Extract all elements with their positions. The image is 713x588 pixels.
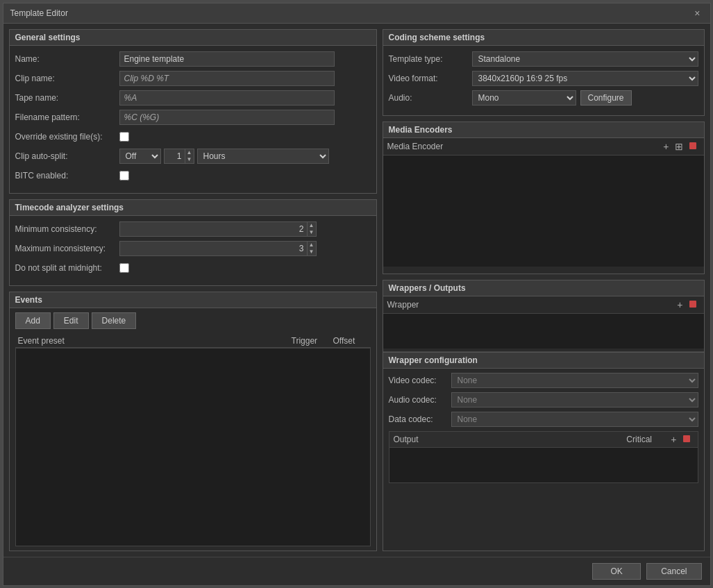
video-format-label: Video format: [389, 74, 472, 83]
name-input[interactable] [119, 51, 335, 67]
output-add-button[interactable]: + [668, 434, 679, 445]
template-type-row: Template type: Standalone [389, 51, 698, 67]
clip-autosplit-value-input[interactable] [164, 149, 185, 164]
timecode-settings-header: Timecode analyzer settings [10, 200, 376, 216]
encoder-col-name: Media Encoder [387, 142, 661, 151]
filename-pattern-label: Filename pattern: [15, 112, 119, 122]
ok-button[interactable]: OK [592, 563, 641, 580]
title-bar: Template Editor × [3, 3, 710, 24]
wrapper-config-content: Video codec: None Audio codec: None [383, 369, 704, 487]
clip-name-label: Clip name: [15, 74, 119, 83]
clip-autosplit-spinbox: ▲ ▼ [164, 149, 194, 164]
encoder-table-body [383, 156, 704, 267]
encoder-add-button[interactable]: + [660, 141, 671, 152]
add-event-button[interactable]: Add [15, 312, 51, 329]
wrappers-outputs-content: Wrapper + Wrapper configuration [383, 296, 704, 551]
output-delete-button[interactable] [680, 434, 694, 445]
configure-button[interactable]: Configure [580, 90, 632, 106]
encoder-delete-button[interactable] [686, 141, 700, 152]
min-consistency-down[interactable]: ▼ [308, 229, 316, 236]
delete-event-button[interactable]: Delete [92, 312, 137, 329]
coding-scheme-section: Coding scheme settings Template type: St… [383, 29, 705, 116]
no-split-midnight-checkbox[interactable] [119, 263, 129, 273]
events-col-offset: Offset [333, 336, 368, 346]
encoder-stack-button[interactable]: ⊞ [672, 141, 686, 152]
left-panel: General settings Name: Clip name: Tape n… [9, 29, 377, 551]
min-consistency-input[interactable] [119, 221, 307, 237]
encoder-table-header: Media Encoder + ⊞ [383, 138, 704, 156]
cancel-button[interactable]: Cancel [646, 563, 701, 580]
general-settings-section: General settings Name: Clip name: Tape n… [9, 29, 377, 194]
wrapper-top: Wrapper + [383, 296, 704, 352]
clip-autosplit-label: Clip auto-split: [15, 151, 119, 161]
max-inconsistency-spinbox: ▲ ▼ [119, 241, 317, 256]
filename-pattern-row: Filename pattern: [15, 110, 371, 125]
audio-label: Audio: [389, 93, 472, 103]
no-split-midnight-label: Do not split at midnight: [15, 263, 119, 273]
video-format-row: Video format: 3840x2160p 16:9 25 fps [389, 71, 698, 86]
bitc-checkbox[interactable] [119, 171, 129, 180]
wrappers-outputs-section: Wrappers / Outputs Wrapper + [383, 280, 705, 551]
clip-autosplit-unit-select[interactable]: Hours [197, 149, 329, 164]
min-consistency-row: Minimum consistency: ▲ ▼ [15, 221, 371, 237]
dialog-body: General settings Name: Clip name: Tape n… [3, 24, 710, 557]
min-consistency-arrows: ▲ ▼ [307, 221, 317, 237]
tape-name-label: Tape name: [15, 93, 119, 103]
tape-name-input[interactable] [119, 90, 335, 106]
wrapper-config-header: Wrapper configuration [383, 353, 704, 369]
no-split-midnight-row: Do not split at midnight: [15, 260, 371, 276]
override-checkbox[interactable] [119, 132, 129, 142]
events-buttons: Add Edit Delete [15, 312, 371, 329]
events-header: Events [10, 292, 376, 308]
events-table-header: Event preset Trigger Offset [15, 335, 371, 348]
audio-row: Audio: Mono Configure [389, 90, 698, 106]
video-codec-label: Video codec: [389, 376, 451, 385]
video-format-select[interactable]: 3840x2160p 16:9 25 fps [472, 71, 698, 86]
filename-pattern-input[interactable] [119, 110, 335, 125]
events-col-preset: Event preset [18, 336, 292, 346]
audio-select[interactable]: Mono [472, 90, 576, 106]
wrapper-col-name: Wrapper [387, 300, 675, 310]
output-table-body [389, 448, 698, 482]
spinbox-up-arrow[interactable]: ▲ [185, 149, 194, 156]
svg-rect-1 [689, 301, 696, 308]
timecode-settings-content: Minimum consistency: ▲ ▼ Maximum inconsi… [10, 216, 376, 285]
wrapper-delete-button[interactable] [686, 299, 700, 310]
events-table-body [15, 348, 371, 546]
coding-scheme-header: Coding scheme settings [383, 30, 704, 46]
audio-codec-select[interactable]: None [451, 392, 698, 408]
wrappers-outputs-header: Wrappers / Outputs [383, 280, 704, 296]
data-codec-select[interactable]: None [451, 412, 698, 427]
template-editor-dialog: Template Editor × General settings Name:… [3, 3, 711, 586]
clip-autosplit-controls: Off ▲ ▼ Hours [119, 149, 329, 164]
tape-name-row: Tape name: [15, 90, 371, 106]
max-inconsistency-label: Maximum inconsistency: [15, 244, 119, 253]
clip-autosplit-row: Clip auto-split: Off ▲ ▼ [15, 149, 371, 164]
spinbox-down-arrow[interactable]: ▼ [185, 156, 194, 163]
name-label: Name: [15, 54, 119, 64]
clip-name-input[interactable] [119, 71, 335, 86]
clip-autosplit-select[interactable]: Off [119, 149, 161, 164]
general-settings-header: General settings [10, 30, 376, 46]
video-codec-select[interactable]: None [451, 373, 698, 388]
max-inconsistency-input[interactable] [119, 241, 307, 256]
close-button[interactable]: × [691, 8, 703, 19]
svg-rect-0 [689, 142, 696, 149]
override-row: Override existing file(s): [15, 129, 371, 144]
min-consistency-up[interactable]: ▲ [308, 222, 316, 229]
wrapper-add-button[interactable]: + [674, 299, 685, 310]
video-codec-row: Video codec: None [389, 373, 698, 388]
template-type-select[interactable]: Standalone [472, 51, 698, 67]
min-consistency-label: Minimum consistency: [15, 224, 119, 234]
events-content: Add Edit Delete Event preset Trigger Off… [10, 308, 376, 551]
wrapper-config: Wrapper configuration Video codec: None … [383, 352, 704, 551]
max-inconsistency-up[interactable]: ▲ [308, 242, 316, 249]
wrapper-header-row: Wrapper + [383, 296, 704, 314]
edit-event-button[interactable]: Edit [53, 312, 89, 329]
svg-rect-2 [683, 435, 690, 442]
name-row: Name: [15, 51, 371, 67]
max-inconsistency-down[interactable]: ▼ [308, 249, 316, 255]
bitc-label: BITC enabled: [15, 171, 119, 180]
max-inconsistency-row: Maximum inconsistency: ▲ ▼ [15, 241, 371, 256]
wrapper-body [383, 314, 704, 348]
